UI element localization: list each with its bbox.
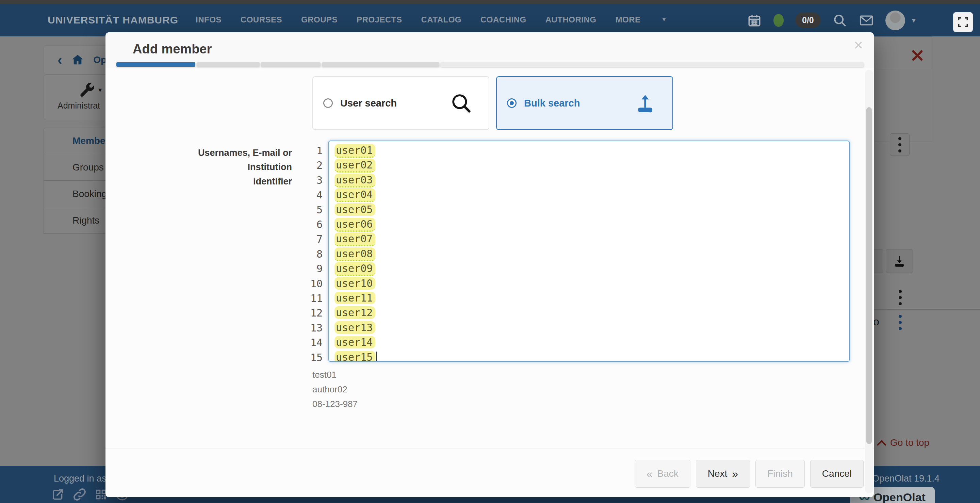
user-search-radio[interactable]	[323, 98, 333, 108]
bulk-line: user07	[334, 231, 843, 246]
wizard-buttons: « Back Next » Finish Cancel	[635, 460, 864, 488]
finish-button: Finish	[756, 460, 805, 488]
line-number: 9	[296, 261, 323, 276]
line-number: 5	[296, 202, 323, 217]
wizard-step-segment	[197, 62, 259, 67]
bulk-line: user08	[334, 247, 843, 261]
nav-item[interactable]: GROUPS	[301, 15, 337, 24]
wizard-step-segment	[441, 62, 864, 67]
bulk-field-label: Usernames, E-mail or Institution identif…	[186, 146, 292, 189]
user-avatar[interactable]	[885, 11, 905, 30]
bulk-line: user10	[334, 276, 843, 291]
bulk-line: user09	[334, 261, 843, 276]
chat-counter-badge[interactable]: 0/0	[795, 13, 821, 28]
search-magnifier-icon	[450, 92, 472, 115]
version-label: OpenOlat 19.1.4	[872, 473, 940, 484]
presence-status-icon	[773, 14, 784, 27]
nav-item[interactable]: COACHING	[480, 15, 527, 24]
bulk-search-option[interactable]: Bulk search	[496, 76, 673, 130]
search-icon[interactable]	[832, 13, 847, 28]
navbar-tools: 0/0 ▾	[747, 4, 916, 37]
dialog-title: Add member	[133, 42, 212, 56]
nav-item[interactable]: PROJECTS	[356, 15, 402, 24]
modal-scrollbar-track[interactable]	[865, 70, 873, 493]
nav-item[interactable]: COURSES	[240, 15, 282, 24]
bulk-line: user13	[334, 320, 843, 335]
bulk-line: user12	[334, 305, 843, 320]
bulk-line: user05	[334, 202, 843, 217]
fullscreen-button[interactable]	[953, 12, 973, 32]
line-number: 1	[296, 143, 323, 158]
example-line: test01	[312, 368, 358, 382]
text-cursor	[375, 352, 377, 362]
example-line: author02	[312, 382, 358, 397]
calendar-icon[interactable]	[747, 13, 762, 28]
link-icon[interactable]	[72, 487, 87, 502]
line-number: 3	[296, 173, 323, 188]
bulk-line: user06	[334, 217, 843, 231]
line-number: 4	[296, 188, 323, 202]
more-caret-icon: ▾	[662, 15, 666, 24]
wizard-step-segment	[322, 62, 439, 67]
university-logo[interactable]: UNIVERSITÄT HAMBURG	[48, 14, 178, 26]
line-number: 6	[296, 217, 323, 232]
wizard-progress	[116, 62, 865, 67]
line-number: 15	[296, 350, 323, 365]
line-number: 8	[296, 247, 323, 261]
bulk-line: user11	[334, 291, 843, 305]
line-number: 2	[296, 158, 323, 172]
nav-item[interactable]: CATALOG	[421, 15, 461, 24]
bulk-identifiers-textarea[interactable]: user01user02user03user04user05user06user…	[328, 140, 850, 362]
bulk-line: user04	[334, 187, 843, 202]
back-button: « Back	[635, 460, 690, 488]
line-number: 11	[296, 291, 323, 306]
bulk-line: user14	[334, 335, 843, 350]
nav-item[interactable]: AUTHORING	[546, 15, 597, 24]
bulk-line: user01	[334, 143, 843, 158]
line-number: 12	[296, 306, 323, 320]
line-number: 13	[296, 321, 323, 335]
user-menu-caret-icon[interactable]: ▾	[912, 16, 916, 25]
mail-icon[interactable]	[859, 13, 874, 28]
screen: UNIVERSITÄT HAMBURG INFOSCOURSESGROUPSPR…	[0, 0, 980, 503]
line-number-gutter: 123456789101112131415	[296, 143, 323, 365]
add-member-dialog: Add member × User search Bulk search	[105, 32, 874, 497]
chevrons-right-icon: »	[732, 468, 738, 479]
footer-divider	[105, 449, 874, 449]
dialog-header: Add member ×	[105, 32, 874, 68]
line-number: 7	[296, 232, 323, 247]
top-navbar: UNIVERSITÄT HAMBURG INFOSCOURSESGROUPSPR…	[0, 4, 980, 37]
share-icon[interactable]	[51, 488, 65, 501]
nav-item[interactable]: MORE	[616, 15, 641, 24]
user-search-option[interactable]: User search	[312, 76, 489, 130]
dialog-close-icon[interactable]: ×	[854, 37, 863, 53]
next-button[interactable]: Next »	[696, 460, 750, 488]
example-line: 08-123-987	[312, 397, 358, 411]
bulk-search-radio[interactable]	[507, 98, 517, 108]
upload-icon	[634, 92, 656, 114]
wizard-step-segment	[116, 62, 195, 67]
main-nav: INFOSCOURSESGROUPSPROJECTSCATALOGCOACHIN…	[196, 15, 666, 24]
modal-scrollbar-thumb[interactable]	[866, 107, 872, 444]
chevrons-left-icon: «	[646, 468, 653, 479]
line-number: 14	[296, 335, 323, 350]
bulk-line: user02	[334, 158, 843, 172]
bulk-line: user15	[334, 350, 843, 362]
wizard-step-segment	[261, 62, 321, 67]
top-strip	[0, 0, 980, 4]
example-hint: test01author0208-123-987	[312, 368, 358, 411]
bulk-line: user03	[334, 172, 843, 187]
cancel-button[interactable]: Cancel	[810, 460, 864, 488]
line-number: 10	[296, 276, 323, 291]
nav-item[interactable]: INFOS	[196, 15, 221, 24]
